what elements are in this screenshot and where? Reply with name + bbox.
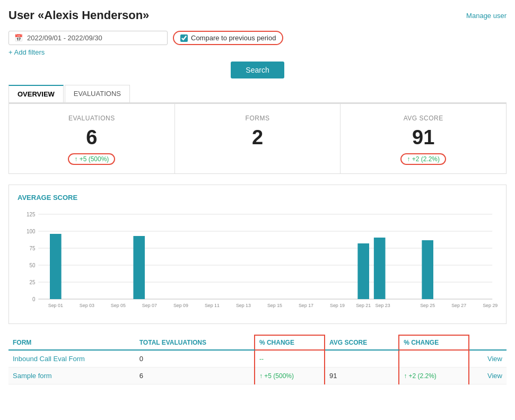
metric-evaluations-label: EVALUATIONS [14, 115, 169, 122]
page-header: User «Alexis Henderson» Manage user [8, 8, 507, 22]
data-table: FORM TOTAL EVALUATIONS % CHANGE AVG SCOR… [8, 335, 507, 384]
tab-evaluations[interactable]: EVALUATIONS [65, 85, 130, 102]
svg-text:100: 100 [27, 229, 36, 234]
svg-text:Sep 11: Sep 11 [205, 303, 220, 308]
tab-overview[interactable]: OVERVIEW [8, 85, 64, 102]
svg-text:Sep 07: Sep 07 [142, 303, 157, 308]
chart-title: AVERAGE SCORE [18, 194, 497, 202]
table-row: Sample form 6 ↑ +5 (500%) 91 ↑ +2 (2.2%)… [8, 368, 507, 384]
svg-text:Sep 25: Sep 25 [420, 303, 435, 308]
metrics-row: EVALUATIONS 6 ↑ +5 (500%) FORMS 2 AVG SC… [8, 103, 507, 174]
chart-area: 125 100 75 50 25 0 Sep 01 Sep 03 Sep 05 [18, 209, 497, 315]
metric-avgscore-change: ↑ +2 (2.2%) [400, 153, 446, 165]
svg-text:Sep 09: Sep 09 [173, 303, 188, 308]
svg-text:Sep 23: Sep 23 [376, 303, 390, 308]
calendar-icon: 📅 [14, 34, 23, 42]
pct-change-1: -- [255, 350, 325, 368]
svg-text:Sep 19: Sep 19 [330, 303, 345, 308]
metric-forms-label: FORMS [180, 115, 335, 122]
bar-sep23 [374, 238, 386, 299]
total-evals-1: 0 [135, 350, 255, 368]
col-pct-change: % CHANGE [255, 335, 325, 350]
compare-previous-period[interactable]: Compare to previous period [173, 31, 283, 45]
bar-sep21 [357, 243, 369, 299]
date-range-picker[interactable]: 📅 2022/09/01 - 2022/09/30 [8, 31, 168, 45]
metric-evaluations-value: 6 [14, 126, 169, 149]
page-title: User «Alexis Henderson» [8, 8, 149, 22]
avg-score-2: 91 [325, 368, 399, 384]
view-link-2[interactable]: View [469, 368, 507, 384]
bar-sep25 [422, 240, 433, 299]
bar-sep01 [50, 234, 62, 299]
avg-score-1 [325, 350, 399, 368]
metric-avgscore: AVG SCORE 91 ↑ +2 (2.2%) [341, 104, 506, 173]
date-range-value: 2022/09/01 - 2022/09/30 [27, 34, 102, 42]
metric-forms-value: 2 [180, 126, 335, 149]
svg-text:Sep 03: Sep 03 [80, 303, 94, 308]
metric-evaluations-change: ↑ +5 (500%) [68, 153, 115, 165]
svg-text:Sep 01: Sep 01 [48, 303, 63, 308]
col-avg-change: % CHANGE [399, 335, 469, 350]
svg-text:Sep 05: Sep 05 [111, 303, 126, 308]
chart-section: AVERAGE SCORE 125 100 75 50 25 0 [8, 185, 507, 324]
svg-text:Sep 17: Sep 17 [299, 303, 313, 308]
svg-text:0: 0 [32, 296, 36, 302]
bar-sep07 [133, 236, 145, 299]
col-total-evals: TOTAL EVALUATIONS [135, 335, 255, 350]
filter-bar: 📅 2022/09/01 - 2022/09/30 Compare to pre… [8, 31, 507, 45]
svg-text:Sep 15: Sep 15 [267, 303, 282, 308]
total-evals-2: 6 [135, 368, 255, 384]
col-avg-score: AVG SCORE [325, 335, 399, 350]
tabs-bar: OVERVIEW EVALUATIONS [8, 85, 507, 103]
metric-avgscore-value: 91 [346, 126, 501, 149]
search-button[interactable]: Search [231, 62, 284, 78]
avg-change-2: ↑ +2 (2.2%) [399, 368, 469, 384]
col-form: FORM [8, 335, 135, 350]
metric-forms: FORMS 2 [175, 104, 341, 173]
form-name-1[interactable]: Inbound Call Eval Form [8, 350, 135, 368]
svg-text:25: 25 [30, 279, 36, 285]
table-section: FORM TOTAL EVALUATIONS % CHANGE AVG SCOR… [8, 335, 507, 384]
svg-text:Sep 27: Sep 27 [451, 303, 466, 308]
compare-label: Compare to previous period [191, 34, 276, 42]
table-row: Inbound Call Eval Form 0 -- View [8, 350, 507, 368]
metric-evaluations: EVALUATIONS 6 ↑ +5 (500%) [9, 104, 175, 173]
metric-avgscore-label: AVG SCORE [346, 115, 501, 122]
svg-text:125: 125 [27, 212, 36, 217]
manage-user-link[interactable]: Manage user [466, 12, 507, 20]
svg-text:50: 50 [30, 262, 36, 268]
svg-text:Sep 13: Sep 13 [236, 303, 251, 308]
add-filters-link[interactable]: + Add filters [8, 48, 507, 56]
avg-change-1 [399, 350, 469, 368]
col-actions [469, 335, 507, 350]
search-btn-wrapper: Search [8, 62, 507, 78]
compare-checkbox[interactable] [180, 34, 188, 42]
svg-text:75: 75 [30, 246, 36, 251]
svg-text:Sep 29: Sep 29 [483, 303, 497, 308]
svg-text:Sep 21: Sep 21 [356, 303, 371, 308]
pct-change-2: ↑ +5 (500%) [255, 368, 325, 384]
chart-svg: 125 100 75 50 25 0 Sep 01 Sep 03 Sep 05 [18, 209, 497, 315]
view-link-1[interactable]: View [469, 350, 507, 368]
form-name-2[interactable]: Sample form [8, 368, 135, 384]
